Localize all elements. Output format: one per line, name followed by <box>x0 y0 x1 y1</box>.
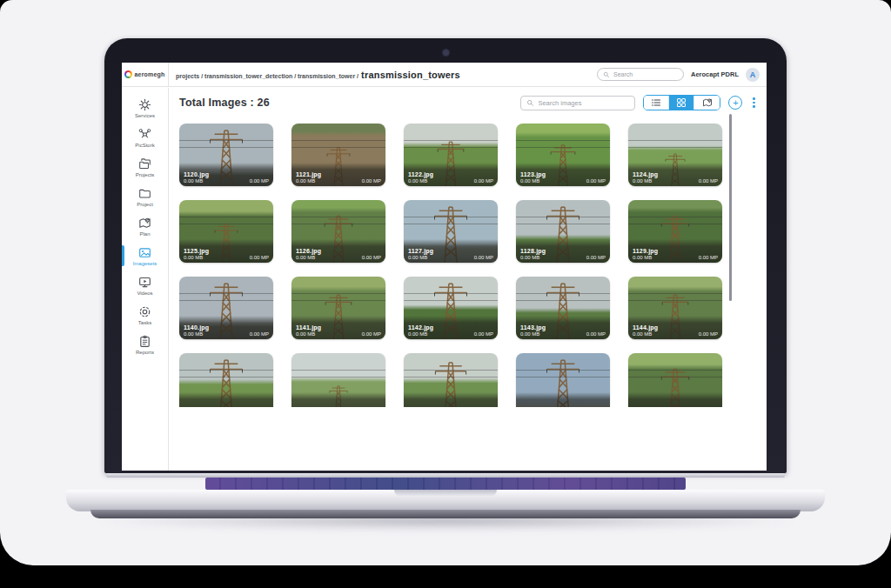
image-card[interactable]: 1140.jpg 0.00 MB 0.00 MP <box>179 277 273 339</box>
list-icon <box>651 97 661 108</box>
sidebar-item-picstork[interactable]: PicStork <box>122 123 168 152</box>
image-name: 1120.jpg <box>184 171 269 177</box>
image-meta: 0.00 MB 0.00 MP <box>520 255 606 260</box>
image-caption: 1122.jpg 0.00 MB 0.00 MP <box>404 163 498 186</box>
sidebar-item-label: Projects <box>136 172 155 177</box>
image-card[interactable]: 1144.jpg 0.00 MB 0.00 MP <box>628 277 722 339</box>
image-search[interactable] <box>520 96 635 110</box>
image-meta: 0.00 MB 0.00 MP <box>520 331 606 337</box>
image-card[interactable]: 1120.jpg 0.00 MB 0.00 MP <box>179 124 273 186</box>
powerline-graphic <box>516 300 610 301</box>
sidebar-item-tasks[interactable]: Tasks <box>122 300 168 330</box>
powerline-graphic <box>291 300 385 301</box>
powerline-graphic <box>291 217 385 217</box>
image-search-input[interactable] <box>538 99 625 107</box>
breadcrumb-path[interactable]: projects / transmission_tower_detection … <box>176 73 358 79</box>
image-card[interactable]: 1148.jpg <box>516 353 610 407</box>
user-name[interactable]: Aerocapt PDRL <box>691 70 739 78</box>
image-card[interactable]: 1142.jpg 0.00 MB 0.00 MP <box>404 277 498 339</box>
grid-view-button[interactable] <box>669 96 694 110</box>
sidebar-item-label: Videos <box>137 291 152 296</box>
image-card[interactable]: 1145.jpg <box>179 353 273 407</box>
search-icon <box>526 99 534 107</box>
image-meta: 0.00 MB 0.00 MP <box>520 178 606 184</box>
image-grid: 1120.jpg 0.00 MB 0.00 MP 1121.jpg 0.00 M… <box>179 124 733 407</box>
global-search-input[interactable] <box>613 71 674 77</box>
sidebar-item-projects[interactable]: Projects <box>122 152 168 182</box>
image-megapixels: 0.00 MP <box>474 331 493 337</box>
list-view-button[interactable] <box>644 96 669 110</box>
image-meta: 0.00 MB 0.00 MP <box>296 178 381 184</box>
image-card[interactable]: 1125.jpg 0.00 MB 0.00 MP <box>179 200 273 263</box>
aeromegh-logo[interactable]: aeromegh <box>122 63 169 87</box>
image-name: 1124.jpg <box>633 171 718 177</box>
sidebar-item-label: Services <box>135 113 155 118</box>
powerline-graphic <box>404 224 498 224</box>
vertical-scrollbar[interactable] <box>729 114 732 301</box>
image-name: 1127.jpg <box>408 248 493 254</box>
image-card[interactable]: 1143.jpg 0.00 MB 0.00 MP <box>516 277 610 339</box>
image-name: 1123.jpg <box>520 171 606 177</box>
image-card[interactable]: 1147.jpg <box>404 353 498 407</box>
sidebar-item-videos[interactable]: Videos <box>122 271 168 300</box>
powerline-graphic <box>628 217 722 217</box>
image-name: 1126.jpg <box>296 248 381 254</box>
sidebar-item-services[interactable]: Services <box>122 93 168 123</box>
more-options-button[interactable] <box>750 96 758 110</box>
powerline-graphic <box>628 370 722 371</box>
aeromegh-logo-icon <box>124 70 132 78</box>
image-card[interactable]: 1141.jpg 0.00 MB 0.00 MP <box>291 277 385 339</box>
map-view-button[interactable] <box>694 96 720 110</box>
image-card[interactable]: 1128.jpg 0.00 MB 0.00 MP <box>516 200 610 263</box>
image-card[interactable]: 1149.jpg <box>628 353 722 407</box>
laptop-keyboard <box>205 478 686 490</box>
image-card[interactable]: 1122.jpg 0.00 MB 0.00 MP <box>404 124 498 186</box>
image-size: 0.00 MB <box>520 178 539 184</box>
sidebar-item-reports[interactable]: Reports <box>122 330 168 359</box>
image-megapixels: 0.00 MP <box>474 255 493 260</box>
powerline-graphic <box>179 217 273 217</box>
image-meta: 0.00 MB 0.00 MP <box>296 255 381 260</box>
powerline-graphic <box>404 147 498 148</box>
image-meta: 0.00 MB 0.00 MP <box>633 255 718 260</box>
powerline-graphic <box>291 370 385 371</box>
image-megapixels: 0.00 MP <box>362 178 381 184</box>
image-name: 1149.jpg <box>633 406 718 407</box>
image-megapixels: 0.00 MP <box>699 331 718 337</box>
powerline-graphic <box>179 300 273 301</box>
image-size: 0.00 MB <box>296 178 315 184</box>
map-pin-icon <box>138 217 151 230</box>
image-card[interactable]: 1146.jpg <box>291 353 385 407</box>
image-name: 1128.jpg <box>520 248 606 254</box>
avatar[interactable]: A <box>746 68 760 82</box>
image-caption: 1125.jpg 0.00 MB 0.00 MP <box>179 239 273 263</box>
image-card[interactable]: 1123.jpg 0.00 MB 0.00 MP <box>516 124 610 186</box>
image-card[interactable]: 1129.jpg 0.00 MB 0.00 MP <box>628 200 722 263</box>
image-megapixels: 0.00 MP <box>699 255 718 260</box>
folder-icon <box>138 187 151 200</box>
global-search[interactable] <box>597 68 684 81</box>
top-navbar: aeromegh projects / transmission_tower_d… <box>122 63 767 87</box>
image-name: 1129.jpg <box>633 248 718 254</box>
image-size: 0.00 MB <box>408 255 427 260</box>
add-images-button[interactable]: + <box>728 96 742 110</box>
image-caption: 1140.jpg 0.00 MB 0.00 MP <box>179 316 273 339</box>
sidebar-item-project[interactable]: Project <box>122 182 168 211</box>
image-caption: 1143.jpg 0.00 MB 0.00 MP <box>516 316 610 339</box>
image-size: 0.00 MB <box>184 331 203 337</box>
search-icon <box>603 71 610 78</box>
image-card[interactable]: 1126.jpg 0.00 MB 0.00 MP <box>291 200 385 263</box>
report-icon <box>138 335 151 348</box>
powerline-graphic <box>291 224 385 224</box>
image-card[interactable]: 1124.jpg 0.00 MB 0.00 MP <box>628 124 722 186</box>
powerline-graphic <box>628 147 722 148</box>
image-size: 0.00 MB <box>633 255 652 260</box>
image-megapixels: 0.00 MP <box>586 178 606 184</box>
breadcrumb[interactable]: projects / transmission_tower_detection … <box>176 70 460 80</box>
image-card[interactable]: 1121.jpg 0.00 MB 0.00 MP <box>291 124 385 186</box>
image-card[interactable]: 1127.jpg 0.00 MB 0.00 MP <box>404 200 498 263</box>
image-size: 0.00 MB <box>520 331 539 337</box>
sidebar-item-plan[interactable]: Plan <box>122 211 168 241</box>
sidebar-item-imagesets[interactable]: Imagesets <box>122 241 168 271</box>
main-content: Total Images : 26 + 1120.jpg 0.00 MB <box>169 88 767 471</box>
